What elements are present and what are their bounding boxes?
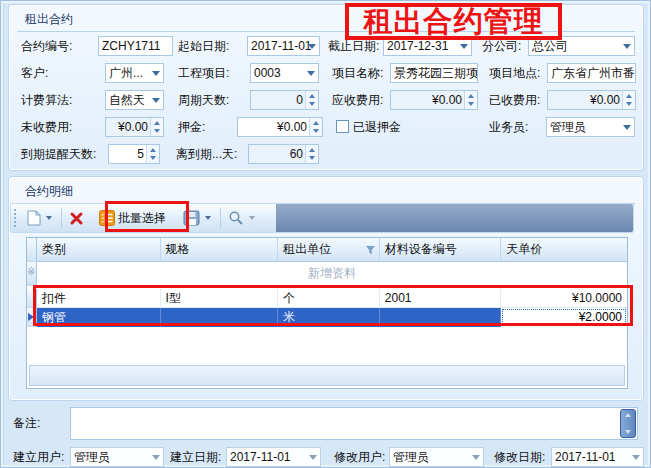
grid-new-row[interactable]: ※ 新增资料 — [27, 262, 627, 286]
column-header-equipment-no[interactable]: 材料设备编号 — [380, 238, 502, 262]
contract-groupbox: 租出合约 — [8, 4, 644, 171]
project-name-label: 项目名称: — [332, 63, 383, 83]
save-button[interactable] — [180, 208, 216, 228]
column-header-daily-price[interactable]: 天单价 — [501, 238, 627, 262]
chevron-down-icon[interactable] — [623, 44, 631, 49]
cell-equipment-no[interactable]: 2001 — [380, 289, 502, 308]
toolbar-background-strip — [276, 204, 633, 232]
cycle-days-stepper[interactable]: 0 — [250, 90, 319, 110]
salesman-combo[interactable]: 管理员 — [546, 117, 635, 137]
remind-days-label: 到期提醒天数: — [21, 144, 96, 164]
new-row-asterisk-icon: ※ — [27, 266, 35, 277]
project-location-label: 项目地点: — [489, 63, 540, 83]
deposit-returned-checkbox[interactable] — [336, 120, 349, 133]
receivable-stepper[interactable]: ¥0.00 — [390, 90, 478, 110]
created-date-combo[interactable]: 2017-11-01 — [226, 447, 321, 467]
modified-by-label: 修改用户: — [334, 447, 385, 467]
spinner-arrows-icon[interactable] — [309, 118, 322, 136]
billing-method-combo[interactable]: 自然天 — [105, 90, 164, 110]
chevron-down-icon[interactable] — [307, 71, 315, 76]
scroll-up-icon[interactable] — [625, 413, 631, 417]
table-row-selected[interactable]: 钢管 米 ¥2.0000 — [27, 308, 627, 327]
cell-unit[interactable]: 个 — [278, 289, 380, 308]
start-date-combo[interactable]: 2017-11-01 — [247, 36, 320, 56]
new-row-placeholder: 新增资料 — [37, 262, 627, 285]
chevron-down-icon[interactable] — [309, 455, 317, 460]
cell-daily-price[interactable]: ¥10.0000 — [501, 289, 627, 308]
chevron-down-icon[interactable] — [152, 455, 160, 460]
memo-scrollbar[interactable] — [620, 409, 636, 438]
scroll-down-icon[interactable] — [625, 430, 631, 434]
end-date-combo[interactable]: 2017-12-31 — [383, 36, 472, 56]
created-by-combo[interactable]: 管理员 — [70, 447, 164, 467]
chevron-down-icon[interactable] — [152, 71, 160, 76]
modified-by-combo[interactable]: 管理员 — [389, 447, 484, 467]
customer-combo[interactable]: 广州... — [105, 63, 164, 83]
remind-days-stepper[interactable]: 5 — [108, 144, 160, 164]
row-indicator[interactable] — [27, 289, 37, 308]
row-indicator-current[interactable] — [27, 308, 37, 327]
chevron-down-icon[interactable] — [46, 216, 52, 220]
save-floppy-icon — [183, 210, 200, 226]
cell-daily-price-editing[interactable]: ¥2.0000 — [501, 308, 627, 327]
contract-no-input[interactable]: ZCHY1711 — [98, 36, 173, 56]
delete-row-button[interactable] — [66, 209, 87, 228]
cell-spec[interactable]: I型 — [161, 289, 279, 308]
project-combo[interactable]: 0003 — [250, 63, 319, 83]
table-row[interactable]: 扣件 I型 个 2001 ¥10.0000 — [27, 289, 627, 308]
modified-date-label: 修改日期: — [494, 447, 545, 467]
created-by-label: 建立用户: — [13, 447, 64, 467]
days-to-expiry-stepper[interactable]: 60 — [248, 144, 319, 164]
search-button[interactable] — [225, 208, 260, 228]
modified-date-combo[interactable]: 2017-11-01 — [551, 447, 644, 467]
received-stepper[interactable]: ¥0.00 — [547, 90, 636, 110]
chevron-down-icon[interactable] — [205, 216, 211, 220]
customer-label: 客户: — [21, 63, 48, 83]
chevron-down-icon[interactable] — [152, 98, 160, 103]
column-header-category[interactable]: 类别 — [37, 238, 161, 262]
column-header-unit[interactable]: 租出单位 — [278, 238, 380, 262]
start-date-label: 起始日期: — [178, 36, 229, 56]
project-location-input[interactable]: 广东省广州市番 — [547, 63, 636, 83]
spinner-arrows-icon[interactable] — [150, 118, 163, 136]
toolbar-grip-handle[interactable] — [14, 209, 19, 227]
group-title-divider — [17, 31, 635, 32]
chevron-down-icon[interactable] — [249, 216, 255, 220]
filter-funnel-icon[interactable] — [366, 246, 375, 255]
end-date-label: 截止日期: — [328, 36, 379, 56]
cell-unit[interactable]: 米 — [278, 308, 380, 327]
spinner-arrows-icon[interactable] — [146, 145, 159, 163]
grid-header-row: 类别 规格 租出单位 材料设备编号 天单价 — [27, 238, 627, 262]
spinner-arrows-icon[interactable] — [464, 91, 477, 109]
chevron-down-icon[interactable] — [460, 44, 468, 49]
unreceived-label: 未收费用: — [21, 117, 72, 137]
checklist-icon — [99, 210, 115, 226]
detail-toolbar: 批量选择 — [10, 203, 634, 233]
cell-category[interactable]: 钢管 — [37, 308, 161, 327]
contract-no-label: 合约编号: — [21, 36, 72, 56]
cell-equipment-no[interactable] — [380, 308, 502, 327]
new-row-button[interactable] — [24, 208, 57, 228]
remarks-textarea[interactable] — [70, 407, 638, 440]
created-date-label: 建立日期: — [170, 447, 221, 467]
chevron-down-icon[interactable] — [472, 455, 480, 460]
project-name-input[interactable]: 景秀花园三期项 — [390, 63, 478, 83]
cell-category[interactable]: 扣件 — [37, 289, 161, 308]
current-row-arrow-icon — [28, 313, 34, 321]
spinner-arrows-icon[interactable] — [622, 91, 635, 109]
spinner-arrows-icon[interactable] — [305, 145, 318, 163]
grid-header-indicator — [27, 238, 37, 262]
column-header-spec[interactable]: 规格 — [161, 238, 279, 262]
batch-select-button[interactable]: 批量选择 — [96, 208, 169, 229]
billing-method-label: 计费算法: — [21, 90, 72, 110]
cell-spec[interactable] — [161, 308, 279, 327]
spinner-arrows-icon[interactable] — [305, 91, 318, 109]
branch-combo[interactable]: 总公司 — [528, 36, 635, 56]
unreceived-stepper[interactable]: ¥0.00 — [105, 117, 164, 137]
chevron-down-icon[interactable] — [632, 455, 640, 460]
contract-group-title: 租出合约 — [25, 11, 73, 28]
chevron-down-icon[interactable] — [623, 125, 631, 130]
chevron-down-icon[interactable] — [308, 44, 316, 49]
deposit-stepper[interactable]: ¥0.00 — [237, 117, 323, 137]
cycle-days-label: 周期天数: — [178, 90, 229, 110]
